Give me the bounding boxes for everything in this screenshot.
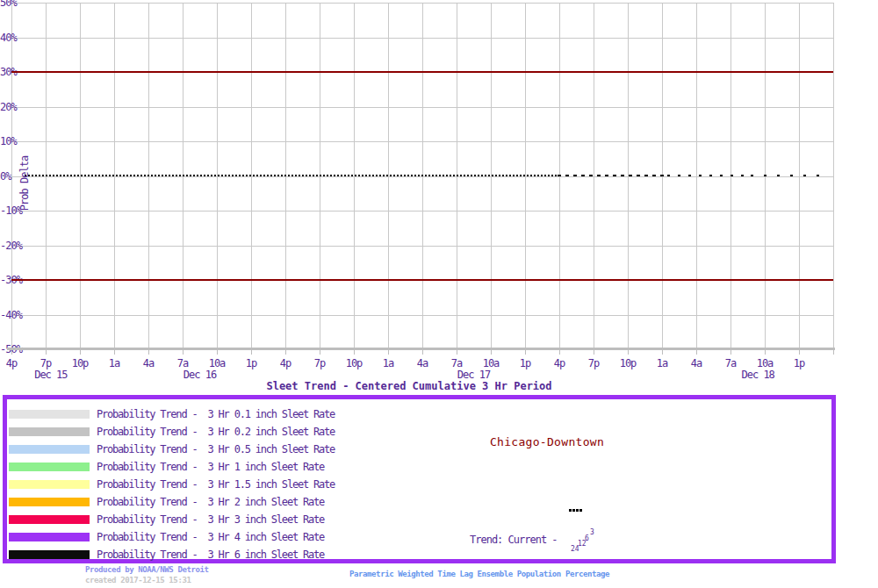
y-tick-label: 20% (0, 102, 17, 112)
x-tick-label: 1p (237, 358, 265, 369)
zero-trend-dotted-line (667, 175, 751, 176)
legend-color-swatch (9, 498, 90, 506)
x-tick-label: 4p (0, 358, 25, 369)
horizontal-gridline (11, 3, 833, 4)
x-tick-label: 10p (614, 358, 642, 369)
legend-color-swatch (9, 445, 90, 454)
legend-color-swatch (9, 533, 90, 541)
legend-row: Probability Trend - 3 Hr 6 inch Sleet Ra… (7, 546, 446, 563)
reference-line-minus30 (11, 279, 833, 281)
horizontal-gridline (11, 315, 833, 316)
zero-trend-dotted-line (25, 175, 558, 176)
trend-dot (572, 509, 575, 512)
legend-color-swatch (9, 463, 90, 471)
trend-hour-24: 24 (571, 546, 579, 553)
legend-color-swatch (9, 515, 90, 524)
chart-title: Sleet Trend - Centered Cumulative 3 Hr P… (0, 380, 818, 392)
x-tick-label: 7p (579, 358, 608, 369)
horizontal-gridline (11, 211, 833, 212)
x-tick-label: 10p (340, 358, 368, 369)
x-tick-label: 4a (682, 358, 710, 369)
legend-row: Probability Trend - 3 Hr 1 inch Sleet Ra… (7, 458, 446, 476)
footer-created-timestamp: created 2017-12-15 15:31 (85, 576, 191, 584)
horizontal-gridline (11, 107, 833, 108)
footer-ensemble-note: Parametric Weighted Time Lag Ensemble Po… (349, 570, 609, 578)
legend-label: Probability Trend - 3 Hr 3 inch Sleet Ra… (97, 513, 324, 526)
horizontal-gridline (11, 141, 833, 142)
trend-dot (569, 509, 572, 512)
legend-row: Probability Trend - 3 Hr 0.2 inch Sleet … (7, 423, 446, 441)
x-tick-label: 4p (545, 358, 573, 369)
legend-row: Probability Trend - 3 Hr 4 inch Sleet Ra… (7, 528, 446, 546)
footer-produced-by: Produced by NOAA/NWS Detroit (85, 565, 209, 574)
trend-dot (579, 509, 582, 512)
horizontal-gridline (11, 176, 833, 177)
trend-current-label: Trend: Current - (470, 534, 558, 546)
legend-row: Probability Trend - 3 Hr 0.5 inch Sleet … (7, 441, 446, 458)
x-tick-label: 7p (306, 358, 334, 369)
reference-line-plus30 (11, 71, 833, 73)
y-tick-label: -20% (0, 240, 22, 251)
legend-label: Probability Trend - 3 Hr 6 inch Sleet Ra… (97, 549, 324, 561)
legend-label: Probability Trend - 3 Hr 2 inch Sleet Ra… (97, 496, 324, 508)
sleet-trend-chart-page: 50%40%30%20%10%0%-10%-20%-30%-40%-50%4p7… (0, 0, 878, 588)
legend-rows: Probability Trend - 3 Hr 0.1 inch Sleet … (7, 405, 446, 563)
x-tick-label: 1a (648, 358, 676, 369)
legend-label: Probability Trend - 3 Hr 0.1 inch Sleet … (97, 408, 335, 420)
legend-color-swatch (9, 410, 90, 419)
trend-dot (576, 509, 579, 512)
x-tick-label: 10p (66, 358, 94, 369)
legend-row: Probability Trend - 3 Hr 0.1 inch Sleet … (7, 405, 446, 423)
x-tick-label: 1p (785, 358, 813, 369)
vertical-gridline (833, 3, 834, 349)
horizontal-gridline (11, 38, 833, 39)
legend-label: Probability Trend - 3 Hr 0.5 inch Sleet … (97, 443, 335, 455)
x-tick-label: 1a (100, 358, 128, 369)
y-tick-label: 40% (0, 32, 17, 43)
legend-color-swatch (9, 480, 90, 489)
y-tick-label: 10% (0, 136, 17, 147)
trend-hour-3: 3 (590, 529, 594, 536)
x-tick-label: 4a (408, 358, 436, 369)
legend-color-swatch (9, 550, 90, 559)
legend-label: Probability Trend - 3 Hr 0.2 inch Sleet … (97, 426, 335, 438)
x-tick-label: 1p (511, 358, 539, 369)
x-tick-label: 4p (271, 358, 299, 369)
y-tick-label: 0% (0, 171, 11, 182)
y-tick-label: -40% (0, 310, 22, 320)
x-axis-line (7, 348, 835, 350)
horizontal-gridline (11, 246, 833, 247)
zero-trend-dotted-line (558, 175, 667, 176)
site-name-label: Chicago-Downtown (420, 435, 674, 448)
x-tick-label: 1a (374, 358, 402, 369)
y-axis-title: Prob Delta (18, 148, 31, 219)
zero-trend-dotted-line (751, 175, 824, 176)
legend-row: Probability Trend - 3 Hr 1.5 inch Sleet … (7, 476, 446, 493)
x-tick-label: 7a (716, 358, 745, 369)
legend-color-swatch (9, 427, 90, 436)
legend-label: Probability Trend - 3 Hr 1 inch Sleet Ra… (97, 461, 324, 473)
legend-row: Probability Trend - 3 Hr 2 inch Sleet Ra… (7, 493, 446, 511)
legend-label: Probability Trend - 3 Hr 1.5 inch Sleet … (97, 478, 335, 491)
legend-box: Probability Trend - 3 Hr 0.1 inch Sleet … (3, 395, 836, 563)
x-tick-label: 4a (134, 358, 162, 369)
legend-row: Probability Trend - 3 Hr 3 inch Sleet Ra… (7, 511, 446, 528)
y-tick-label: 50% (0, 0, 17, 8)
legend-label: Probability Trend - 3 Hr 4 inch Sleet Ra… (97, 531, 324, 543)
